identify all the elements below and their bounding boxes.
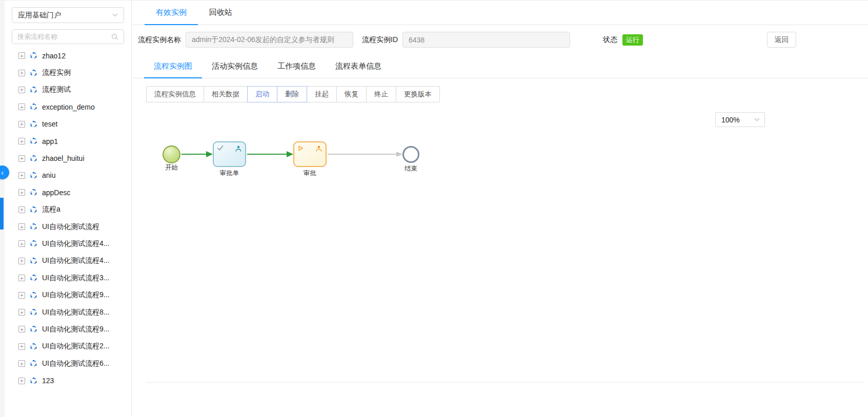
process-icon: [30, 291, 37, 299]
tab-process-form-info[interactable]: 流程表单信息: [326, 54, 391, 78]
process-icon: [30, 240, 37, 247]
plus-expand-icon[interactable]: +: [18, 223, 25, 230]
tree-item[interactable]: +app1: [5, 133, 131, 150]
tree-item[interactable]: +UI自动化测试流程3...: [5, 269, 131, 286]
scrollbar-thumb[interactable]: [0, 198, 4, 230]
tree-item-label: app1: [42, 137, 58, 145]
process-diagram-canvas[interactable]: 100% 开始 审批单 审批: [132, 102, 868, 417]
play-icon: [297, 145, 304, 152]
tree-item[interactable]: +UI自动化测试流程9...: [5, 286, 131, 303]
instance-info-button[interactable]: 流程实例信息: [146, 86, 204, 102]
plus-expand-icon[interactable]: +: [18, 172, 25, 179]
tab-process-diagram[interactable]: 流程实例图: [144, 54, 202, 78]
tab-valid-instances[interactable]: 有效实例: [145, 1, 198, 25]
tree-item[interactable]: +zhao12: [5, 47, 131, 64]
plus-expand-icon[interactable]: +: [18, 326, 25, 332]
task-node-approval[interactable]: [293, 141, 327, 167]
tree-item[interactable]: +exception_demo: [5, 98, 131, 115]
start-button[interactable]: 启动: [247, 86, 277, 102]
tree-item[interactable]: +UI自动化测试流程: [5, 218, 131, 235]
tree-item-label: 流程测试: [42, 85, 71, 94]
plus-expand-icon[interactable]: +: [18, 138, 25, 144]
tree-item[interactable]: +123: [5, 372, 131, 389]
tree-item[interactable]: +流程实例: [5, 64, 131, 81]
tab-workitem-info[interactable]: 工作项信息: [268, 54, 326, 78]
plus-expand-icon[interactable]: +: [18, 189, 25, 196]
instance-name-label: 流程实例名称: [138, 35, 181, 45]
plus-expand-icon[interactable]: +: [18, 343, 25, 350]
process-sidebar: 应用基础门户 +zhao12 +流程实例 +流程测试 +exception_de…: [4, 1, 132, 417]
status-badge: 运行: [622, 34, 643, 46]
plus-expand-icon[interactable]: +: [18, 378, 25, 384]
instance-header-form: 流程实例名称 流程实例ID 状态 运行 返回: [132, 25, 868, 54]
tree-item[interactable]: +UI自动化测试流程8...: [5, 304, 131, 321]
instance-tabs: 有效实例 回收站: [132, 1, 868, 25]
change-version-button[interactable]: 更换版本: [396, 86, 440, 102]
plus-expand-icon[interactable]: +: [18, 206, 25, 213]
plus-expand-icon[interactable]: +: [18, 275, 25, 281]
related-data-button[interactable]: 相关数据: [204, 86, 248, 102]
plus-expand-icon[interactable]: +: [18, 52, 25, 59]
process-icon: [30, 377, 37, 385]
tree-item-label: zhaoel_huitui: [42, 154, 85, 162]
plus-expand-icon[interactable]: +: [18, 292, 25, 299]
tree-item[interactable]: +UI自动化测试流程2...: [5, 338, 131, 355]
plus-expand-icon[interactable]: +: [18, 309, 25, 316]
tab-activity-instance-info[interactable]: 活动实例信息: [202, 54, 268, 78]
search-input[interactable]: [17, 33, 111, 40]
plus-expand-icon[interactable]: +: [18, 121, 25, 128]
plus-expand-icon[interactable]: +: [18, 87, 25, 93]
chevron-down-icon: [754, 118, 760, 121]
tree-item-label: UI自动化测试流程4...: [42, 256, 109, 265]
resume-button[interactable]: 恢复: [336, 86, 367, 102]
plus-expand-icon[interactable]: +: [18, 103, 25, 110]
tab-label: 流程实例图: [154, 61, 192, 71]
tree-item[interactable]: +teset: [5, 116, 131, 133]
process-icon: [30, 308, 37, 316]
bottom-divider: [146, 382, 864, 383]
app-portal-select-value: 应用基础门户: [18, 11, 61, 20]
plus-expand-icon[interactable]: +: [18, 155, 25, 162]
terminate-button[interactable]: 终止: [366, 86, 396, 102]
plus-expand-icon[interactable]: +: [18, 70, 25, 76]
instance-id-label: 流程实例ID: [362, 35, 398, 45]
process-icon: [30, 223, 37, 231]
tree-item-label: appDesc: [42, 189, 70, 197]
end-event-node[interactable]: [402, 146, 419, 163]
start-event-node[interactable]: [163, 145, 180, 163]
left-scrollbar-track[interactable]: [0, 1, 4, 417]
process-icon: [30, 103, 37, 111]
process-icon: [30, 257, 37, 265]
tree-item-label: 流程a: [42, 205, 60, 214]
process-icon: [30, 52, 37, 59]
delete-button[interactable]: 删除: [277, 86, 307, 102]
status-label: 状态: [603, 35, 617, 45]
plus-expand-icon[interactable]: +: [18, 360, 25, 367]
tree-item[interactable]: +流程a: [5, 201, 131, 218]
tree-item[interactable]: +UI自动化测试流程4...: [5, 235, 131, 252]
plus-expand-icon[interactable]: +: [18, 258, 25, 264]
process-search-box: [12, 29, 124, 44]
tree-item[interactable]: +UI自动化测试流程9...: [5, 321, 131, 338]
tree-item[interactable]: +appDesc: [5, 184, 131, 201]
plus-expand-icon[interactable]: +: [18, 240, 25, 247]
instance-id-field[interactable]: [402, 32, 570, 48]
tree-item[interactable]: +aniu: [5, 167, 131, 184]
process-icon: [30, 274, 37, 282]
zoom-select[interactable]: 100%: [715, 112, 765, 127]
tab-recycle-bin[interactable]: 回收站: [198, 1, 244, 25]
tree-item[interactable]: +UI自动化测试流程4...: [5, 253, 131, 269]
tree-item-label: UI自动化测试流程4...: [42, 239, 109, 248]
tree-item[interactable]: +zhaoel_huitui: [5, 150, 131, 166]
tree-item-label: UI自动化测试流程3...: [42, 274, 109, 283]
task-node-approval-form[interactable]: [213, 141, 246, 167]
app-portal-select[interactable]: 应用基础门户: [12, 7, 124, 23]
tree-item[interactable]: +UI自动化测试流程6...: [5, 355, 131, 372]
process-tree: +zhao12 +流程实例 +流程测试 +exception_demo +tes…: [5, 47, 131, 389]
back-button[interactable]: 返回: [767, 32, 796, 48]
instance-name-field[interactable]: [186, 32, 353, 48]
suspend-button[interactable]: 挂起: [307, 86, 337, 102]
tree-item[interactable]: +流程测试: [5, 81, 131, 98]
user-icon: [235, 145, 242, 152]
process-icon: [30, 137, 37, 145]
